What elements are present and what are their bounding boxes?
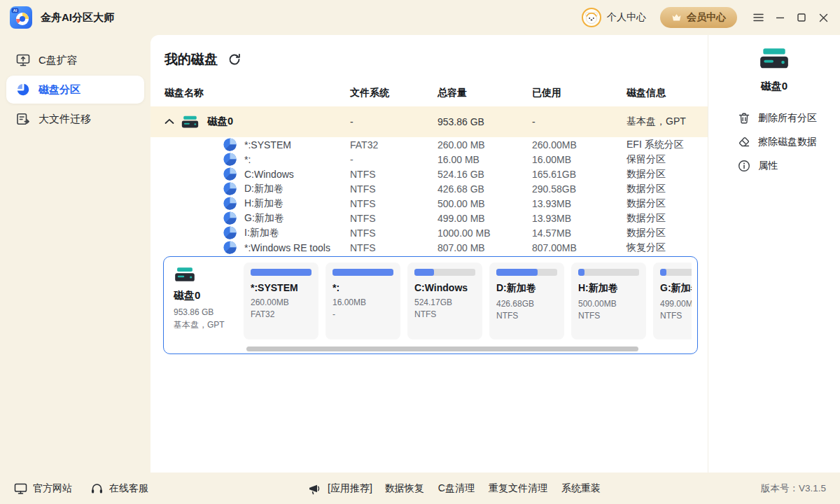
card-partition-fs: - xyxy=(332,309,393,319)
partition-card[interactable]: H:新加卷 500.00MB NTFS xyxy=(571,262,646,340)
file-transfer-icon xyxy=(16,112,30,126)
partition-name: C:Windows xyxy=(244,169,294,180)
partition-row[interactable]: G:新加卷 NTFS 499.00 MB 13.93MB 数据分区 xyxy=(150,211,708,225)
partition-pie-icon xyxy=(223,152,237,167)
horizontal-scrollbar[interactable] xyxy=(246,346,638,351)
partition-row[interactable]: *:SYSTEM FAT32 260.00 MB 260.00MB EFI 系统… xyxy=(150,137,708,152)
partition-pie-icon xyxy=(223,240,237,255)
disk-summary-card[interactable]: 磁盘0 953.86 GB 基本盘，GPT xyxy=(169,262,239,348)
member-center-label: 会员中心 xyxy=(687,11,726,24)
partition-card[interactable]: *:SYSTEM 260.00MB FAT32 xyxy=(244,262,318,340)
sidebar-item-large-file-migration[interactable]: 大文件迁移 xyxy=(6,105,144,133)
card-partition-fs: NTFS xyxy=(496,311,557,321)
app-logo: AI xyxy=(10,6,32,29)
headset-icon xyxy=(90,482,104,495)
partition-used: 260.00MB xyxy=(532,139,626,150)
partition-name: *:Windows RE tools xyxy=(244,242,330,253)
sidebar-item-label: 磁盘分区 xyxy=(38,83,80,97)
footer-app-link[interactable]: 数据恢复 xyxy=(385,482,424,495)
menu-icon[interactable] xyxy=(748,8,768,27)
partition-pie-icon xyxy=(223,181,237,196)
card-partition-name: H:新加卷 xyxy=(578,282,639,295)
minimize-button[interactable] xyxy=(770,8,790,27)
crown-icon xyxy=(671,13,682,22)
usage-bar-fill xyxy=(332,269,393,276)
disk-card-size: 953.86 GB xyxy=(174,307,238,317)
footer-app-link[interactable]: 重复文件清理 xyxy=(489,482,547,495)
card-partition-size: 524.17GB xyxy=(414,298,475,307)
app-title: 金舟AI分区大师 xyxy=(41,11,114,24)
footer-app-link[interactable]: C盘清理 xyxy=(438,482,475,495)
card-partition-fs: NTFS xyxy=(414,309,475,319)
right-panel: 磁盘0 删除所有分区 擦除磁盘数据 xyxy=(708,35,840,472)
official-website-link[interactable]: 官方网站 xyxy=(14,482,72,495)
pie-chart-icon xyxy=(16,83,30,97)
trash-icon xyxy=(738,112,750,125)
app-recommend-tag: [应用推荐] xyxy=(309,482,372,495)
chevron-up-icon[interactable] xyxy=(164,118,174,125)
usage-bar xyxy=(332,269,393,276)
usage-bar xyxy=(251,269,312,276)
disk-icon xyxy=(181,115,200,130)
member-center-button[interactable]: 会员中心 xyxy=(660,7,737,28)
partition-fs: NTFS xyxy=(350,242,438,253)
monitor-icon xyxy=(14,482,27,495)
titlebar: AI 金舟AI分区大师 个人中心 xyxy=(0,0,840,35)
disk-used: - xyxy=(532,116,626,127)
partition-fs: NTFS xyxy=(350,213,438,224)
header-disk-info: 磁盘信息 xyxy=(626,87,698,99)
header-file-system: 文件系统 xyxy=(350,87,438,99)
card-partition-size: 260.00MB xyxy=(251,298,312,307)
partition-info: 数据分区 xyxy=(626,183,698,195)
partition-name: D:新加卷 xyxy=(244,183,284,195)
user-avatar-icon[interactable] xyxy=(582,8,601,27)
card-partition-name: *:SYSTEM xyxy=(251,282,312,293)
partition-row[interactable]: *: - 16.00 MB 16.00MB 保留分区 xyxy=(150,152,708,167)
footer-app-link[interactable]: 系统重装 xyxy=(561,482,601,495)
partition-row[interactable]: I:新加卷 NTFS 1000.00 MB 14.57MB 数据分区 xyxy=(150,225,708,240)
header-disk-name: 磁盘名称 xyxy=(164,87,350,99)
partition-card[interactable]: G:新加卷 499.00MB NTFS xyxy=(653,262,692,340)
action-label: 属性 xyxy=(758,160,778,172)
close-button[interactable] xyxy=(813,8,833,27)
partition-used: 807.00MB xyxy=(532,242,626,253)
partition-rows: *:SYSTEM FAT32 260.00 MB 260.00MB EFI 系统… xyxy=(150,137,708,255)
maximize-button[interactable] xyxy=(792,8,811,27)
delete-all-partitions-button[interactable]: 删除所有分区 xyxy=(738,111,840,125)
usage-bar xyxy=(578,269,639,276)
partition-name: *:SYSTEM xyxy=(244,139,291,150)
personal-center-link[interactable]: 个人中心 xyxy=(607,11,646,24)
card-partition-fs: NTFS xyxy=(660,311,692,321)
online-support-link[interactable]: 在线客服 xyxy=(90,482,148,495)
version-label: 版本号：V3.1.5 xyxy=(761,482,826,495)
partition-card[interactable]: C:Windows 524.17GB NTFS xyxy=(407,262,482,340)
partition-info: 数据分区 xyxy=(626,168,698,181)
refresh-icon[interactable] xyxy=(227,52,241,66)
disk-row[interactable]: 磁盘0 - 953.86 GB - 基本盘，GPT xyxy=(150,106,708,137)
partition-fs: NTFS xyxy=(350,183,438,195)
card-partition-name: C:Windows xyxy=(414,282,475,293)
sidebar-item-disk-partition[interactable]: 磁盘分区 xyxy=(6,76,144,104)
partition-used: 13.93MB xyxy=(532,198,626,209)
erase-disk-data-button[interactable]: 擦除磁盘数据 xyxy=(738,135,840,149)
partition-name: I:新加卷 xyxy=(244,227,279,239)
sidebar-item-c-drive-expand[interactable]: C盘扩容 xyxy=(6,46,144,74)
card-partition-name: D:新加卷 xyxy=(496,282,557,295)
properties-button[interactable]: 属性 xyxy=(738,159,840,173)
disk-card-type: 基本盘，GPT xyxy=(174,319,238,331)
partition-row[interactable]: *:Windows RE tools NTFS 807.00 MB 807.00… xyxy=(150,240,708,255)
disk-icon xyxy=(174,266,196,284)
partition-used: 16.00MB xyxy=(532,154,626,165)
partition-info: 恢复分区 xyxy=(626,241,698,254)
partition-row[interactable]: C:Windows NTFS 524.16 GB 165.61GB 数据分区 xyxy=(150,167,708,181)
partition-card[interactable]: D:新加卷 426.68GB NTFS xyxy=(489,262,564,340)
partition-card[interactable]: *: 16.00MB - xyxy=(326,262,400,340)
partition-row[interactable]: D:新加卷 NTFS 426.68 GB 290.58GB 数据分区 xyxy=(150,181,708,196)
sidebar-item-label: 大文件迁移 xyxy=(38,113,91,126)
partition-row[interactable]: H:新加卷 NTFS 500.00 MB 13.93MB 数据分区 xyxy=(150,196,708,211)
usage-bar-fill xyxy=(578,269,584,276)
scrollbar-thumb[interactable] xyxy=(246,346,638,351)
usage-bar xyxy=(496,269,557,276)
partition-total: 260.00 MB xyxy=(438,139,532,150)
partition-fs: NTFS xyxy=(350,169,438,180)
